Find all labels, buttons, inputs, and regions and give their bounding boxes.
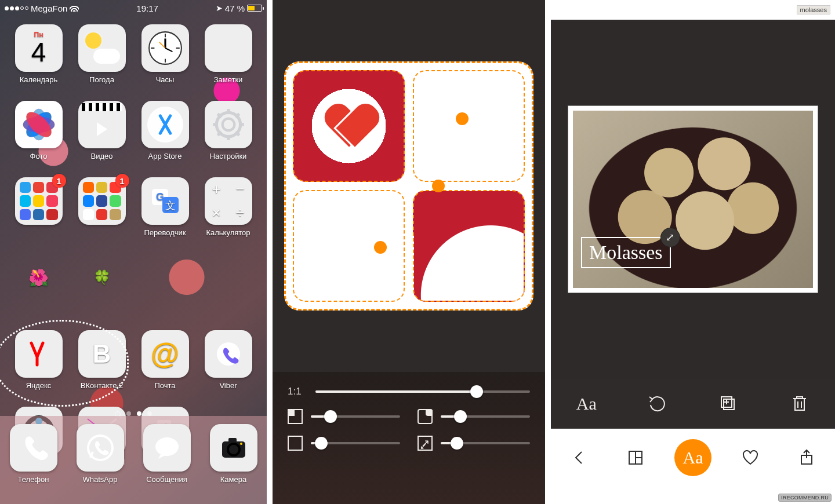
dock-camera[interactable]: Камера	[200, 424, 267, 504]
phone-icon	[10, 424, 57, 472]
app-label: Фото	[30, 152, 48, 160]
dock-whatsapp[interactable]: WhatsApp	[67, 424, 133, 504]
collage-cell-2[interactable]	[413, 70, 525, 182]
app-blank-2	[197, 254, 260, 330]
app-label: Видео	[91, 152, 113, 160]
ios-home-panel: MegaFon 19:17 ➤ 47 % Пн4Календарь Погода…	[0, 0, 267, 504]
app-notes[interactable]: Заметки	[197, 24, 260, 101]
viber-icon	[205, 330, 252, 378]
corner-control	[288, 409, 400, 424]
corner-slider[interactable]	[311, 415, 400, 418]
clover-icon: 🍀	[78, 254, 126, 301]
collage-editor-panel: 1:1	[273, 0, 545, 504]
ratio-row: 1:1	[288, 386, 530, 397]
app-folder-2[interactable]: 1	[70, 177, 133, 254]
share-button[interactable]	[789, 440, 824, 475]
p3-top-strip: molasses	[551, 0, 835, 20]
layout-button[interactable]	[618, 440, 653, 475]
collage-cell-3[interactable]	[293, 190, 405, 302]
camera-icon	[210, 424, 257, 472]
app-label: Настройки	[210, 152, 247, 160]
font-button[interactable]: Aa	[569, 386, 604, 421]
scale-slider[interactable]	[441, 442, 530, 444]
svg-point-44	[240, 443, 242, 445]
app-label: Сообщения	[146, 475, 187, 484]
app-label: WhatsApp	[83, 475, 118, 484]
duplicate-button[interactable]	[711, 386, 746, 421]
app-vk[interactable]: BВКонтакте 2	[70, 330, 133, 407]
battery-icon	[247, 5, 262, 12]
app-label: App Store	[148, 152, 182, 160]
collage-handle[interactable]	[432, 180, 445, 192]
app-weather[interactable]: Погода	[70, 24, 133, 101]
resize-handle-icon[interactable]: ⤢	[660, 228, 680, 247]
site-watermark: IRECOMMEND.RU	[778, 494, 832, 502]
expand-icon	[418, 436, 433, 451]
app-mail[interactable]: @Почта	[133, 330, 197, 407]
radius-slider[interactable]	[441, 415, 530, 418]
vk-icon: B	[78, 330, 126, 378]
border-control	[288, 436, 400, 451]
dock-phone[interactable]: Телефон	[0, 424, 67, 504]
video-icon	[78, 101, 126, 148]
text-sticker[interactable]: Molasses ⤢	[581, 237, 671, 268]
svg-point-40	[155, 437, 179, 456]
collage-canvas[interactable]	[284, 61, 533, 311]
app-calculator[interactable]: +−×÷Калькулятор	[197, 177, 260, 254]
photo-canvas-area: Molasses ⤢	[551, 20, 835, 379]
app-label: Телефон	[18, 475, 49, 484]
app-settings[interactable]: Настройки	[197, 101, 260, 177]
badge: 1	[52, 174, 66, 188]
heart-icon	[325, 104, 373, 148]
folder-icon: 1	[15, 177, 63, 225]
app-label: Камера	[220, 475, 246, 484]
radius-control	[418, 409, 530, 424]
app-viber[interactable]: Viber	[197, 330, 260, 407]
signal-dots-icon	[5, 6, 28, 10]
dock: Телефон WhatsApp Сообщения Камера	[0, 416, 267, 504]
collage-handle[interactable]	[374, 241, 387, 254]
svg-text:文: 文	[165, 200, 176, 211]
app-label: Viber	[219, 381, 237, 390]
app-clock[interactable]: Часы	[133, 24, 197, 101]
app-translator[interactable]: G文Переводчик	[133, 177, 197, 254]
favorite-button[interactable]	[733, 440, 768, 475]
app-appstore[interactable]: App Store	[133, 101, 197, 177]
svg-rect-45	[724, 399, 734, 410]
badge: 1	[115, 174, 129, 188]
app-photos[interactable]: Фото	[7, 101, 70, 177]
border-slider[interactable]	[311, 442, 400, 444]
scale-control	[418, 436, 530, 451]
app-deco-2[interactable]: 🍀	[70, 254, 133, 330]
rotate-button[interactable]	[640, 386, 675, 421]
messages-icon	[143, 424, 191, 472]
status-bar: MegaFon 19:17 ➤ 47 %	[0, 0, 267, 16]
app-yandex[interactable]: Яндекс	[7, 330, 70, 407]
app-label: Заметки	[214, 75, 243, 84]
delete-button[interactable]	[782, 386, 817, 421]
svg-point-17	[222, 119, 234, 131]
text-tab-active[interactable]: Aa	[674, 439, 711, 476]
wifi-icon	[70, 5, 79, 12]
text-editor-panel: molasses Molasses ⤢ Aa Aa IRECOMMEND.RU	[551, 0, 835, 504]
dock-messages[interactable]: Сообщения	[133, 424, 200, 504]
font-label: Aa	[576, 394, 597, 414]
clock-label: 19:17	[136, 3, 158, 13]
settings-icon	[205, 101, 252, 148]
app-calendar[interactable]: Пн4Календарь	[7, 24, 70, 101]
ratio-label: 1:1	[288, 386, 306, 397]
app-deco-1[interactable]: 🌺	[7, 254, 70, 330]
app-video[interactable]: Видео	[70, 101, 133, 177]
collage-cell-4[interactable]	[413, 190, 525, 302]
sticker-text: Molasses	[589, 242, 663, 264]
calendar-daynum: 4	[31, 39, 46, 65]
calculator-icon: +−×÷	[205, 177, 252, 225]
back-button[interactable]	[562, 440, 597, 475]
collage-handle[interactable]	[456, 112, 469, 125]
ratio-slider[interactable]	[315, 390, 530, 393]
divider	[545, 0, 551, 504]
collage-cell-1[interactable]	[293, 70, 405, 182]
photo-frame[interactable]: Molasses ⤢	[568, 106, 818, 293]
app-folder-1[interactable]: 1	[7, 177, 70, 254]
svg-rect-42	[228, 438, 237, 443]
